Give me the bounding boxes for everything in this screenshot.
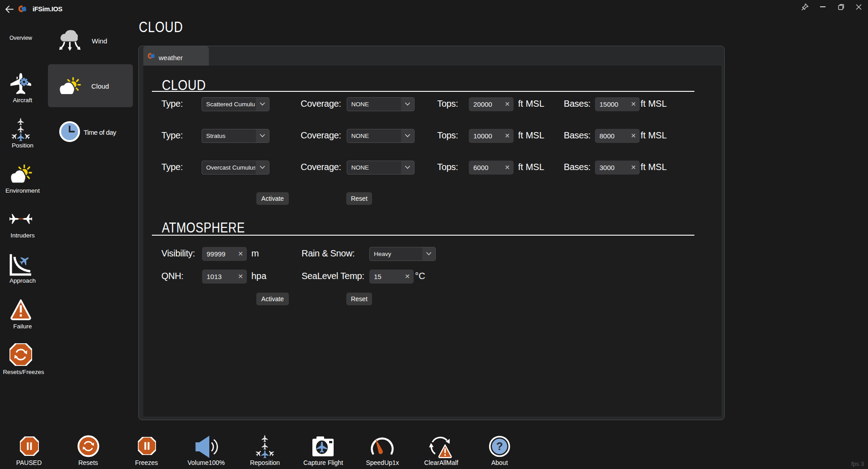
svg-text:?: ? (496, 440, 503, 452)
